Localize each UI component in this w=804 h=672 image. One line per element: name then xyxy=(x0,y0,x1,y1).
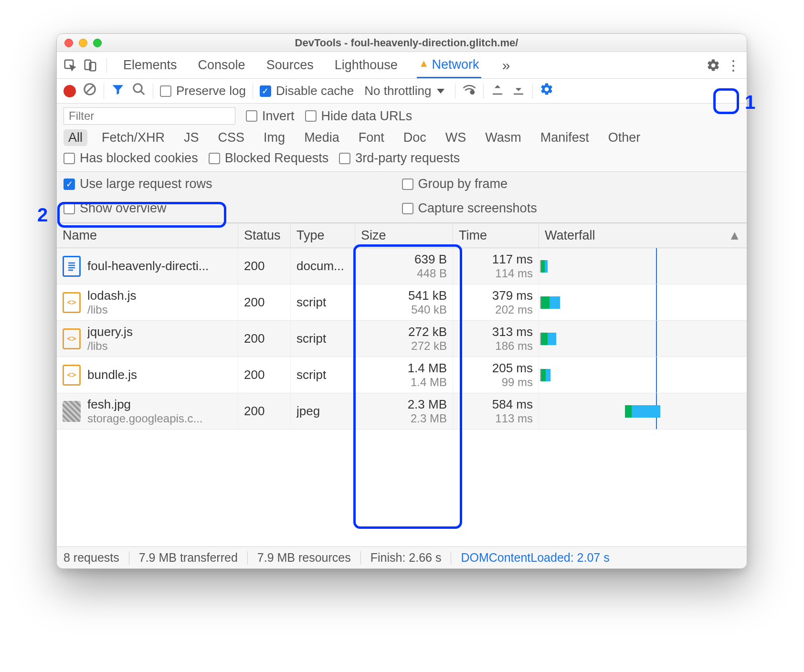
request-type: docum... xyxy=(296,259,349,273)
type-manifest[interactable]: Manifest xyxy=(536,129,594,146)
request-time-latency: 99 ms xyxy=(459,376,533,389)
col-size[interactable]: Size xyxy=(355,223,453,248)
large-rows-checkbox[interactable]: Use large request rows xyxy=(63,177,402,191)
tab-lighthouse[interactable]: Lighthouse xyxy=(333,52,400,78)
request-name: fesh.jpg xyxy=(87,397,203,412)
network-toolbar: Preserve log Disable cache No throttling xyxy=(57,79,747,104)
type-js[interactable]: JS xyxy=(179,129,204,146)
request-status: 200 xyxy=(244,331,285,346)
large-rows-label: Use large request rows xyxy=(80,177,212,191)
status-bar: 8 requests 7.9 MB transferred 7.9 MB res… xyxy=(57,546,747,568)
tab-elements[interactable]: Elements xyxy=(121,52,179,78)
type-media[interactable]: Media xyxy=(299,129,344,146)
device-toolbar-icon[interactable] xyxy=(82,57,99,74)
type-other[interactable]: Other xyxy=(603,129,645,146)
type-filter-chips: All Fetch/XHR JS CSS Img Media Font Doc … xyxy=(63,129,740,146)
request-type: script xyxy=(296,331,349,346)
request-name: foul-heavenly-directi... xyxy=(87,259,209,273)
type-wasm[interactable]: Wasm xyxy=(480,129,526,146)
status-finish: Finish: 2.66 s xyxy=(370,551,442,565)
tab-sources[interactable]: Sources xyxy=(264,52,316,78)
type-all[interactable]: All xyxy=(63,129,87,146)
script-icon: <> xyxy=(63,365,81,386)
waterfall-cell xyxy=(539,357,747,393)
hide-data-urls-checkbox[interactable]: Hide data URLs xyxy=(305,109,413,124)
capture-screenshots-checkbox[interactable]: Capture screenshots xyxy=(402,201,741,216)
third-party-label: 3rd-party requests xyxy=(355,151,460,166)
status-transferred: 7.9 MB transferred xyxy=(139,551,238,565)
show-overview-label: Show overview xyxy=(80,201,167,216)
group-by-frame-label: Group by frame xyxy=(418,177,508,191)
table-row[interactable]: <>bundle.js200script1.4 MB1.4 MB205 ms99… xyxy=(57,357,747,393)
blocked-requests-label: Blocked Requests xyxy=(225,151,329,166)
clear-icon[interactable] xyxy=(83,82,97,100)
request-size-resource: 448 B xyxy=(361,267,447,280)
filter-bar: Invert Hide data URLs All Fetch/XHR JS C… xyxy=(57,104,747,172)
network-settings-icon[interactable] xyxy=(540,82,554,100)
invert-label: Invert xyxy=(262,109,295,124)
col-status[interactable]: Status xyxy=(238,223,291,248)
request-size-transfer: 1.4 MB xyxy=(361,361,447,376)
network-conditions-icon[interactable] xyxy=(462,82,476,100)
inspect-element-icon[interactable] xyxy=(62,57,79,74)
network-options: Use large request rows Group by frame Sh… xyxy=(57,172,747,223)
type-doc[interactable]: Doc xyxy=(399,129,431,146)
kebab-menu-icon[interactable]: ⋮ xyxy=(725,57,742,74)
third-party-checkbox[interactable]: 3rd-party requests xyxy=(339,151,460,166)
col-name[interactable]: Name xyxy=(57,223,238,248)
group-by-frame-checkbox[interactable]: Group by frame xyxy=(402,177,741,191)
request-type: script xyxy=(296,295,349,310)
request-size-resource: 540 kB xyxy=(361,303,447,316)
type-img[interactable]: Img xyxy=(259,129,290,146)
search-icon[interactable] xyxy=(132,82,146,100)
dcl-line xyxy=(656,321,657,357)
script-icon: <> xyxy=(63,292,81,313)
blocked-cookies-checkbox[interactable]: Has blocked cookies xyxy=(63,151,198,166)
capture-screenshots-label: Capture screenshots xyxy=(418,201,537,216)
type-font[interactable]: Font xyxy=(354,129,389,146)
request-size-transfer: 272 kB xyxy=(361,325,447,339)
type-fetchxhr[interactable]: Fetch/XHR xyxy=(97,129,169,146)
table-row[interactable]: <>jquery.js/libs200script272 kB272 kB313… xyxy=(57,321,747,357)
waterfall-cell xyxy=(539,321,747,357)
filter-input[interactable] xyxy=(63,107,235,125)
request-path: storage.googleapis.c... xyxy=(87,412,203,425)
type-ws[interactable]: WS xyxy=(441,129,471,146)
sort-indicator-icon: ▲ xyxy=(728,228,741,243)
tab-console[interactable]: Console xyxy=(196,52,247,78)
blocked-requests-checkbox[interactable]: Blocked Requests xyxy=(209,151,329,166)
tab-network[interactable]: ▲ Network xyxy=(417,52,481,78)
show-overview-checkbox[interactable]: Show overview xyxy=(63,201,402,216)
throttling-select[interactable]: No throttling xyxy=(360,84,448,98)
status-resources: 7.9 MB resources xyxy=(257,551,351,565)
waterfall-cell xyxy=(539,393,747,429)
table-row[interactable]: fesh.jpgstorage.googleapis.c...200jpeg2.… xyxy=(57,393,747,430)
tabs-overflow-button[interactable]: » xyxy=(498,57,514,74)
record-button[interactable] xyxy=(63,85,76,97)
script-icon: <> xyxy=(63,328,81,349)
col-type[interactable]: Type xyxy=(291,223,355,248)
request-time-total: 117 ms xyxy=(459,252,533,267)
request-name: jquery.js xyxy=(87,325,133,339)
disable-cache-checkbox[interactable]: Disable cache xyxy=(260,84,354,98)
status-requests: 8 requests xyxy=(63,551,119,565)
import-har-icon[interactable] xyxy=(490,82,505,100)
request-time-latency: 202 ms xyxy=(459,303,533,316)
export-har-icon[interactable] xyxy=(511,82,526,100)
request-size-transfer: 639 B xyxy=(361,252,447,267)
request-time-total: 313 ms xyxy=(459,325,533,339)
preserve-log-checkbox[interactable]: Preserve log xyxy=(160,84,246,98)
type-css[interactable]: CSS xyxy=(213,129,250,146)
filter-icon[interactable] xyxy=(111,82,125,100)
waterfall-bar xyxy=(540,296,560,309)
waterfall-cell xyxy=(539,284,747,320)
col-waterfall[interactable]: Waterfall ▲ xyxy=(539,223,747,248)
table-row[interactable]: foul-heavenly-directi...200docum...639 B… xyxy=(57,248,747,284)
request-type: jpeg xyxy=(296,404,349,419)
invert-checkbox[interactable]: Invert xyxy=(246,109,295,124)
settings-icon[interactable] xyxy=(705,57,722,74)
request-status: 200 xyxy=(244,295,285,310)
table-row[interactable]: <>lodash.js/libs200script541 kB540 kB379… xyxy=(57,284,747,321)
col-time[interactable]: Time xyxy=(453,223,539,248)
blocked-cookies-label: Has blocked cookies xyxy=(80,151,198,166)
